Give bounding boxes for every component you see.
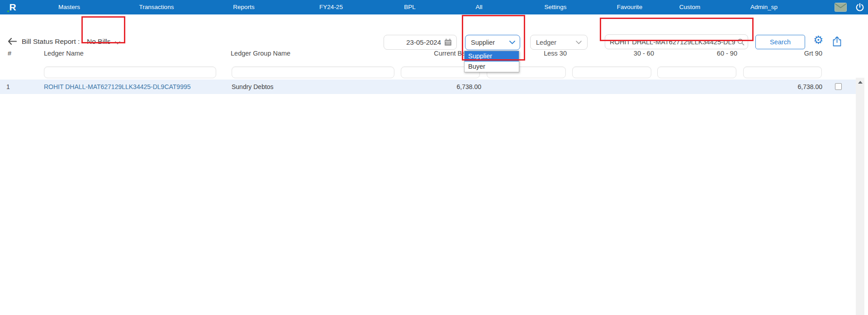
col-header-ledger-group-name: Ledger Group Name <box>231 50 290 57</box>
current-balance-cell: 6,738.00 <box>391 80 481 94</box>
chevron-down-icon <box>576 41 582 44</box>
top-nav-bar: R Masters Transactions Reports FY24-25 B… <box>0 0 868 14</box>
filter-input-30-60[interactable] <box>572 66 651 78</box>
col-header-30-60: 30 - 60 <box>564 50 654 57</box>
row-checkbox[interactable] <box>835 83 842 90</box>
dropdown-option-supplier[interactable]: Supplier <box>465 51 519 61</box>
report-type-selector[interactable]: No Bills <box>87 38 111 46</box>
bucket-30-60-cell <box>564 80 654 94</box>
logo-green-dot <box>7 10 9 12</box>
nav-item-settings[interactable]: Settings <box>545 0 567 14</box>
ledger-filter-select[interactable]: Ledger <box>530 35 588 50</box>
row-number: 1 <box>6 80 10 94</box>
ledger-filter-value: Ledger <box>536 39 556 46</box>
nav-item-financial-year[interactable]: FY24-25 <box>319 0 343 14</box>
ledger-search-wrap <box>605 34 748 49</box>
col-header-60-90: 60 - 90 <box>647 50 737 57</box>
filter-input-ledger-group[interactable] <box>232 66 394 78</box>
party-type-select[interactable]: Supplier <box>465 35 520 50</box>
nav-item-all[interactable]: All <box>475 0 482 14</box>
nav-item-masters[interactable]: Masters <box>58 0 80 14</box>
bucket-60-90-cell <box>647 80 737 94</box>
nav-item-branch[interactable]: BPL <box>404 0 416 14</box>
power-icon[interactable] <box>855 2 865 12</box>
calendar-icon[interactable] <box>444 38 452 46</box>
report-date-field[interactable]: 23-05-2024 <box>384 35 457 50</box>
grt-90-cell: 6,738.00 <box>732 80 822 94</box>
table-row: 1 ROHIT DHALL-MAT627129LLK34425-DL9CAT99… <box>0 80 856 94</box>
magnifier-icon[interactable] <box>737 38 745 46</box>
ledger-group-cell: Sundry Debtos <box>232 80 274 94</box>
nav-item-transactions[interactable]: Transactions <box>139 0 174 14</box>
dropdown-option-buyer[interactable]: Buyer <box>465 61 519 72</box>
scroll-up-button[interactable] <box>856 78 864 87</box>
search-button[interactable]: Search <box>755 35 805 49</box>
party-type-value: Supplier <box>471 39 495 46</box>
app-logo-icon[interactable]: R <box>7 1 19 14</box>
vertical-scrollbar[interactable] <box>856 78 864 315</box>
share-up-icon[interactable] <box>832 36 842 47</box>
ledger-search-input[interactable] <box>605 34 748 49</box>
report-toolbar: Bill Status Report : No Bills 23-05-2024… <box>0 14 868 37</box>
arrow-left-icon[interactable] <box>7 38 17 45</box>
filter-input-ledger-name[interactable] <box>44 66 216 78</box>
col-header-number: # <box>8 50 11 57</box>
nav-item-admin-user[interactable]: Admin_sp <box>750 0 778 14</box>
less-30-cell <box>476 80 567 94</box>
nav-item-reports[interactable]: Reports <box>233 0 254 14</box>
logo-letter: R <box>9 2 16 12</box>
envelope-icon[interactable] <box>835 3 847 12</box>
nav-item-custom[interactable]: Custom <box>679 0 701 14</box>
chevron-down-icon[interactable] <box>114 41 121 45</box>
col-header-ledger-name: Ledger Name <box>44 50 84 57</box>
page-title: Bill Status Report : <box>22 38 80 46</box>
nav-item-favourite[interactable]: Favourite <box>617 0 642 14</box>
filter-input-grt-90[interactable] <box>743 66 822 78</box>
col-header-grt-90: Grt 90 <box>732 50 822 57</box>
scroll-up-arrow-icon <box>858 81 863 84</box>
party-type-dropdown-list: Supplier Buyer <box>464 51 519 72</box>
gear-icon[interactable]: ⚙ <box>813 33 823 47</box>
filter-input-60-90[interactable] <box>657 66 736 78</box>
ledger-name-link[interactable]: ROHIT DHALL-MAT627129LLK34425-DL9CAT9995 <box>44 80 191 94</box>
chevron-down-icon <box>509 41 515 44</box>
bill-status-report-page: R Masters Transactions Reports FY24-25 B… <box>0 0 868 315</box>
report-date-value: 23-05-2024 <box>406 38 441 46</box>
